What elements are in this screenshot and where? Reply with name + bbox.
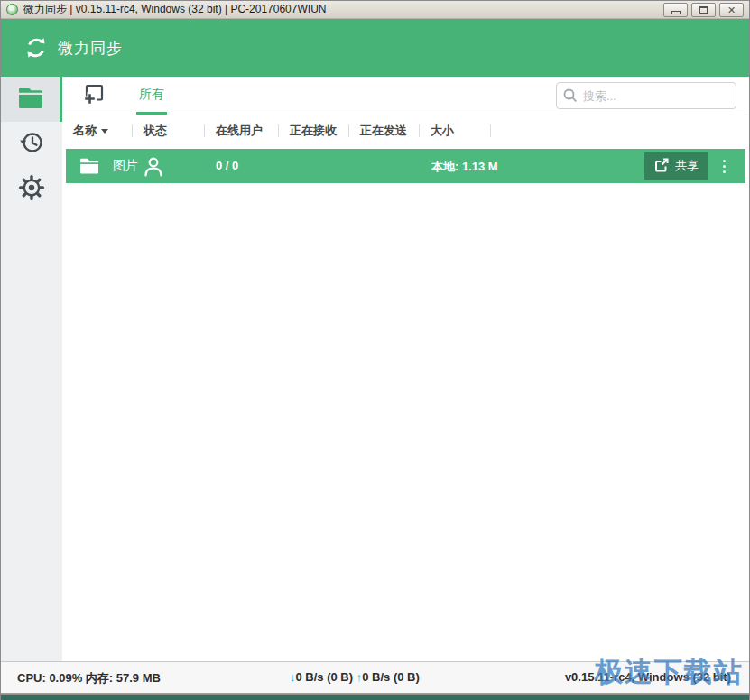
column-header-receiving[interactable]: 正在接收	[279, 115, 349, 146]
share-button-label: 共享	[675, 158, 699, 174]
table-row[interactable]: 图片 0 / 0 本地: 1.13 M	[66, 149, 745, 183]
minimize-icon	[671, 11, 681, 14]
app-icon	[6, 4, 18, 15]
transfer-status: ↓0 B/s (0 B) ↑0 B/s (0 B)	[290, 670, 420, 684]
toolbar: 所有	[62, 77, 749, 115]
download-rate: 0 B/s (0 B)	[296, 670, 354, 684]
column-header-name[interactable]: 名称	[62, 115, 133, 146]
share-icon	[653, 157, 670, 176]
app-window: 微力同步 | v0.15.11-rc4, Windows (32 bit) | …	[0, 0, 750, 700]
folder-name: 图片	[113, 158, 138, 174]
column-header-online-users[interactable]: 在线用户	[205, 115, 279, 146]
window-controls: ✕	[663, 3, 744, 17]
folder-icon	[17, 86, 44, 113]
app-name: 微力同步	[58, 38, 123, 59]
kebab-icon	[723, 160, 726, 162]
close-icon: ✕	[727, 5, 736, 15]
content-area: 所有 名称 状态	[1, 77, 749, 661]
app-header: 微力同步	[1, 19, 749, 77]
add-folder-icon	[81, 83, 105, 108]
online-users-value: 0 / 0	[216, 159, 238, 172]
table-header: 名称 状态 在线用户 正在接收 正在发送 大小	[62, 115, 749, 146]
cpu-memory-status: CPU: 0.09% 内存: 57.9 MB	[17, 670, 161, 686]
sync-logo-icon	[24, 36, 48, 60]
history-icon	[18, 129, 45, 160]
status-bar: CPU: 0.09% 内存: 57.9 MB ↓0 B/s (0 B) ↑0 B…	[1, 661, 749, 693]
main-panel: 所有 名称 状态	[62, 77, 749, 661]
sort-descending-icon	[101, 129, 108, 134]
share-button[interactable]: 共享	[644, 152, 708, 180]
sidebar	[1, 77, 62, 661]
row-folder-icon	[79, 157, 100, 179]
maximize-button[interactable]	[691, 3, 716, 17]
row-menu-button[interactable]	[714, 156, 734, 176]
desktop-edge	[1, 695, 749, 700]
search-input[interactable]	[556, 82, 736, 109]
peer-status-icon	[142, 155, 165, 182]
sidebar-item-settings[interactable]	[1, 167, 62, 212]
window-title: 微力同步 | v0.15.11-rc4, Windows (32 bit) | …	[23, 2, 326, 17]
add-folder-button[interactable]	[80, 83, 106, 108]
local-size-value: 本地: 1.13 M	[431, 159, 498, 175]
column-header-status[interactable]: 状态	[133, 115, 205, 146]
sidebar-item-folders[interactable]	[1, 77, 62, 122]
maximize-icon	[699, 6, 708, 14]
column-header-sending[interactable]: 正在发送	[349, 115, 420, 146]
upload-rate: 0 B/s (0 B)	[362, 670, 420, 684]
close-button[interactable]: ✕	[719, 3, 744, 17]
search-box	[556, 82, 736, 109]
sidebar-item-history[interactable]	[1, 122, 62, 167]
version-label: v0.15.11-rc4, Windows (32 bit)	[565, 670, 731, 684]
column-header-size[interactable]: 大小	[420, 115, 491, 146]
search-icon	[563, 88, 578, 106]
tab-all[interactable]: 所有	[136, 77, 167, 115]
gear-icon	[18, 174, 45, 205]
minimize-button[interactable]	[663, 3, 688, 17]
title-bar[interactable]: 微力同步 | v0.15.11-rc4, Windows (32 bit) | …	[1, 1, 749, 19]
